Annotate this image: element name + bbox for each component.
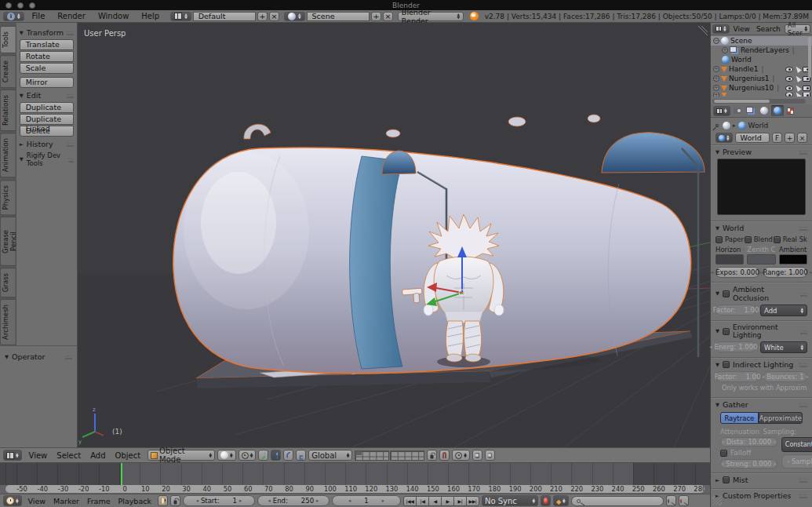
decrement-icon[interactable]: ◂ (709, 344, 712, 350)
decrement-icon[interactable]: ◂ (268, 498, 271, 504)
env-color-select[interactable]: White (760, 341, 807, 353)
collapse-icon[interactable]: − (713, 38, 719, 44)
expand-icon[interactable]: + (713, 85, 719, 91)
visibility-eye-icon[interactable] (785, 76, 793, 82)
snap-toggle-button[interactable] (439, 450, 450, 461)
transform-orientation-select[interactable]: Global (308, 450, 352, 461)
ambient-color-swatch[interactable] (779, 254, 807, 264)
outliner-row-world[interactable]: World (711, 55, 812, 64)
outliner-menu-item[interactable]: View (730, 25, 753, 33)
jump-to-end-button[interactable]: ▶▶| (466, 496, 479, 506)
raytrace-toggle[interactable]: Raytrace (720, 412, 759, 424)
keying-mode-select[interactable] (553, 495, 569, 506)
scene-name-field[interactable]: Scene (307, 12, 370, 21)
mist-panel-header[interactable]: ►Mist (716, 476, 807, 484)
increment-icon[interactable]: ▸ (807, 374, 809, 380)
preview-panel-header[interactable]: ▼Preview (716, 148, 807, 156)
mode-select[interactable]: Object Mode (147, 450, 215, 461)
unlink-world-button[interactable]: × (797, 133, 807, 143)
history-panel-header[interactable]: ►History (20, 140, 74, 148)
world-panel-header[interactable]: ▼World (716, 224, 807, 232)
shelf-tab-tools[interactable]: Tools (0, 26, 16, 53)
properties-editor-type-button[interactable] (713, 106, 730, 116)
pin-icon[interactable] (715, 123, 719, 128)
transform-tool-button[interactable]: Rotate (20, 51, 74, 62)
decrement-icon[interactable]: ◂ (758, 269, 760, 275)
decrement-icon[interactable]: ◂ (196, 498, 198, 504)
render-restrict-icon[interactable] (803, 93, 810, 97)
top-menu-item[interactable]: Window (92, 12, 135, 20)
env-enable-checkbox[interactable] (723, 328, 730, 335)
play-reverse-button[interactable]: ◀ (428, 496, 442, 506)
jump-to-start-button[interactable]: |◀◀ (403, 496, 417, 506)
mist-enable-checkbox[interactable] (723, 476, 730, 483)
samples-slider[interactable]: ◂Samples:5▸ (781, 454, 812, 469)
decrement-icon[interactable]: ◂ (787, 458, 789, 465)
ao-panel-header[interactable]: ▼Ambient Occlusion (716, 285, 807, 302)
scale-manipulator-button[interactable] (296, 450, 306, 461)
lock-to-scene-button[interactable] (427, 450, 437, 461)
play-button[interactable]: ▶ (441, 496, 454, 506)
tab-world[interactable] (771, 105, 784, 116)
outliner-vertical-scrollbar[interactable] (808, 37, 811, 78)
decrement-icon[interactable]: ◂ (711, 269, 713, 275)
ao-distance-slider[interactable]: ◂Dista:10.000▸ (720, 437, 777, 447)
timeline-menu-item[interactable]: Playback (115, 497, 155, 505)
render-opengl-anim-button[interactable] (485, 450, 495, 461)
ao-blend-mode-select[interactable]: Add (760, 305, 807, 316)
use-preview-range-button[interactable] (158, 495, 168, 506)
rigify-panel-header[interactable]: ▼Rigify Dev Tools (20, 151, 74, 167)
gather-panel-header[interactable]: ▼Gather (716, 400, 807, 409)
previous-keyframe-button[interactable]: |◀ (416, 496, 429, 506)
edit-tool-button[interactable]: Duplicate (20, 102, 74, 113)
timeline-menu-item[interactable]: View (24, 497, 50, 505)
render-opengl-button[interactable] (472, 450, 482, 461)
add-scene-button[interactable]: + (371, 12, 381, 21)
env-energy-slider[interactable]: ◂Energ:1.000▸ (716, 341, 756, 352)
outliner-row-nurgenius1[interactable]: + Nurgenius1 | (711, 74, 812, 83)
ao-factor-slider[interactable]: Factor:1.00 (716, 305, 756, 316)
outliner-menu-item[interactable]: Search (753, 25, 784, 33)
fake-user-button[interactable]: F (772, 133, 782, 143)
delete-keyframe-button[interactable] (679, 495, 689, 506)
layers-group-2[interactable] (390, 450, 424, 461)
indirect-enable-checkbox[interactable] (723, 361, 730, 368)
expand-icon[interactable]: + (722, 47, 728, 53)
tab-scene[interactable] (758, 105, 770, 116)
increment-icon[interactable]: ▸ (774, 439, 776, 445)
decrement-icon[interactable]: ◂ (762, 374, 764, 380)
outliner-row-renderlayers[interactable]: + RenderLayers | (711, 46, 812, 55)
world-name-field[interactable]: World (735, 133, 770, 143)
editor-type-selector[interactable] (3, 12, 24, 21)
decrement-icon[interactable]: ◂ (721, 439, 723, 445)
outliner-row-handle1[interactable]: + Handle1 | (711, 64, 812, 74)
decrement-icon[interactable]: ◂ (721, 461, 723, 467)
range-slider[interactable]: ◂Range:1.000▸ (763, 267, 807, 278)
indirect-factor-slider[interactable]: Factor:1.00 (716, 371, 759, 382)
top-menu-item[interactable]: Render (51, 12, 92, 20)
tab-texture[interactable] (785, 105, 797, 116)
edit-tool-button[interactable]: Delete (20, 126, 74, 137)
current-frame-playhead[interactable] (121, 463, 122, 485)
falloff-strength-slider[interactable]: ◂Streng:0.000▸ (720, 459, 777, 469)
translate-manipulator-button[interactable] (271, 450, 281, 461)
shelf-tab-grease-pencil[interactable]: Grease Pencil (0, 217, 16, 266)
viewport-scene[interactable]: User Persp z y (1) (78, 23, 710, 447)
increment-icon[interactable]: ▸ (774, 461, 777, 467)
add-world-button[interactable]: + (785, 133, 795, 143)
manipulator-toggle-button[interactable] (258, 450, 268, 461)
outliner-row-partial[interactable]: + (711, 93, 812, 97)
shelf-tab-create[interactable]: Create (0, 55, 16, 88)
shelf-tab-animation[interactable]: Animation (0, 133, 16, 177)
outliner-horizontal-scrollbar[interactable] (712, 99, 806, 104)
outliner-editor-type-button[interactable] (712, 24, 730, 34)
shelf-tab-relations[interactable]: Relations (0, 89, 16, 131)
increment-icon[interactable]: ▸ (316, 498, 319, 504)
selectability-cursor-icon[interactable] (794, 93, 802, 97)
scene-icon-button[interactable] (284, 12, 305, 21)
outliner-row-nurgenius10[interactable]: + Nurgenius10 | (711, 83, 812, 93)
visibility-eye-icon[interactable] (785, 86, 793, 91)
indirect-bounces-slider[interactable]: ◂Bounces:1▸ (763, 371, 807, 382)
outliner-display-filter-select[interactable]: All Scenes (785, 24, 810, 34)
shelf-tab-physics[interactable]: Physics (0, 180, 16, 215)
